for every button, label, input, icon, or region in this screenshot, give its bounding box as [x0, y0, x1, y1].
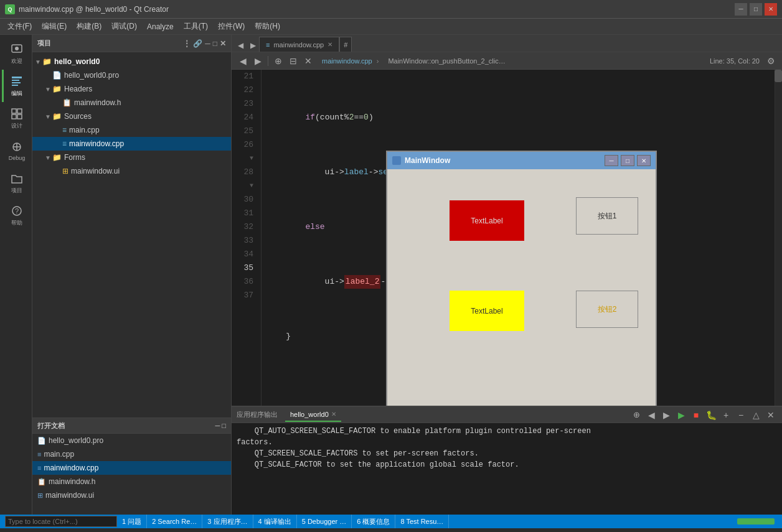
tree-item-forms[interactable]: ▼ 📁 Forms	[32, 151, 231, 164]
open-files-maximize-icon[interactable]: □	[222, 422, 226, 429]
output-debug-btn[interactable]: 🐛	[705, 409, 717, 421]
toolbar-split-btn[interactable]: ⊟	[287, 55, 299, 67]
tab-forward-button[interactable]: ▶	[247, 39, 259, 52]
tree-label-forms: Forms	[64, 153, 231, 162]
open-file-pro[interactable]: 📄 hello_world0.pro	[32, 434, 231, 447]
status-search[interactable]: 2 Search Re…	[147, 515, 202, 528]
line-numbers: 21 22 23 24 25 26 ▼ 28 ▼ 30 31 32 33 34 …	[232, 70, 261, 406]
output-maximize-btn[interactable]: △	[750, 409, 762, 421]
output-panel-title: 应用程序输出	[237, 410, 278, 419]
editor-scrollbar[interactable]	[775, 70, 782, 406]
open-file-mainwindow-cpp[interactable]: ≡ mainwindow.cpp	[32, 461, 231, 475]
status-test[interactable]: 8 Test Resu…	[395, 515, 449, 528]
sidebar-item-help[interactable]: ? 帮助	[2, 199, 31, 231]
project-close-icon[interactable]: ✕	[220, 39, 226, 48]
status-compile-output[interactable]: 4 编译输出	[253, 515, 297, 528]
popup-close-btn[interactable]: ✕	[637, 155, 651, 166]
main-layout: 欢迎 编辑 设计 Debug 项目 ?	[0, 35, 782, 515]
header-file-icon: 📋	[62, 98, 72, 107]
toolbar-back-btn[interactable]: ◀	[237, 55, 249, 67]
sidebar-item-welcome[interactable]: 欢迎	[2, 37, 31, 70]
popup-minimize-btn[interactable]: ─	[605, 155, 618, 166]
status-search-input[interactable]	[5, 516, 117, 527]
code-content[interactable]: if(count%2==0) ui->label->setText("Hello…	[261, 70, 782, 406]
left-sidebar: 欢迎 编辑 设计 Debug 项目 ?	[0, 35, 32, 515]
open-files-icons: ─ □	[215, 422, 226, 429]
sidebar-item-debug[interactable]: Debug	[2, 134, 31, 167]
maximize-button[interactable]: □	[750, 3, 762, 16]
project-link-icon[interactable]: 🔗	[193, 39, 202, 48]
output-tab-hello[interactable]: hello_world0 ✕	[285, 408, 341, 422]
minimize-button[interactable]: ─	[735, 3, 747, 16]
menu-edit[interactable]: 编辑(E)	[37, 20, 72, 33]
output-line-1: QT_AUTO_SCREEN_SCALE_FACTOR to enable pl…	[237, 426, 777, 437]
tree-item-mainwindow-ui[interactable]: ⊞ mainwindow.ui	[32, 164, 231, 178]
tree-item-headers[interactable]: ▼ 📁 Headers	[32, 82, 231, 96]
project-tree: ▼ 📁 hello_world0 📄 hello_world0.pro ▼ 📁 …	[32, 52, 231, 418]
toolbar-bookmark-btn[interactable]: ⊕	[272, 55, 285, 67]
project-filter-icon[interactable]: ⋮	[183, 39, 191, 48]
open-file-main-cpp[interactable]: ≡ main.cpp	[32, 447, 231, 461]
status-general-info[interactable]: 6 概要信息	[352, 515, 395, 528]
open-files-list: 📄 hello_world0.pro ≡ main.cpp ≡ mainwind…	[32, 434, 231, 515]
output-minus-btn[interactable]: −	[735, 409, 747, 421]
tree-item-mainwindow-h[interactable]: 📋 mainwindow.h	[32, 96, 231, 110]
output-add-btn[interactable]: +	[720, 409, 732, 421]
popup-body: TextLabel 按钮1 TextLabel 按钮2	[387, 169, 656, 406]
output-tab-hello-close[interactable]: ✕	[331, 411, 336, 418]
popup-button1[interactable]: 按钮1	[576, 197, 638, 235]
project-minimize-icon[interactable]: ─	[205, 39, 210, 48]
output-run-btn[interactable]: ▶	[675, 409, 687, 421]
close-button[interactable]: ✕	[765, 3, 777, 16]
tree-item-root[interactable]: ▼ 📁 hello_world0	[32, 55, 231, 68]
toolbar-forward-btn[interactable]: ▶	[252, 55, 264, 67]
open-file-mainwindowui-label: mainwindow.ui	[45, 491, 94, 500]
fold-icon-29[interactable]: ▼	[250, 179, 253, 193]
toolbar-settings-btn[interactable]: ⚙	[765, 55, 777, 67]
open-file-mainwindow-h[interactable]: 📋 mainwindow.h	[32, 475, 231, 488]
tree-item-mainwindow-cpp[interactable]: ≡ mainwindow.cpp	[32, 137, 231, 151]
status-problems[interactable]: 1 问题	[117, 515, 147, 528]
output-attach-btn[interactable]: ⊕	[630, 409, 643, 421]
menu-build[interactable]: 构建(B)	[72, 20, 106, 33]
tab-hash-label: #	[344, 41, 347, 49]
status-debugger[interactable]: 5 Debugger …	[297, 515, 352, 528]
sidebar-item-project[interactable]: 项目	[2, 167, 31, 199]
toolbar-close-btn[interactable]: ✕	[302, 55, 314, 67]
output-header-icons: ⊕ ◀ ▶ ▶ ■ 🐛 + − △ ✕	[630, 409, 777, 421]
sidebar-item-edit[interactable]: 编辑	[2, 70, 31, 102]
open-files-minimize-icon[interactable]: ─	[215, 422, 220, 429]
menu-help[interactable]: 帮助(H)	[250, 20, 285, 33]
tab-hash[interactable]: #	[339, 37, 352, 52]
project-maximize-icon[interactable]: □	[213, 39, 217, 48]
fold-icon-27[interactable]: ▼	[250, 152, 253, 166]
menu-debug[interactable]: 调试(D)	[106, 20, 142, 33]
output-stop-btn[interactable]: ■	[690, 409, 702, 421]
sidebar-item-design[interactable]: 设计	[2, 102, 31, 134]
tab-back-button[interactable]: ◀	[234, 39, 247, 52]
menu-file[interactable]: 文件(F)	[2, 20, 37, 33]
edit-icon	[10, 75, 24, 88]
popup-button2[interactable]: 按钮2	[576, 291, 638, 328]
output-prev-btn[interactable]: ◀	[645, 409, 657, 421]
output-next-btn[interactable]: ▶	[660, 409, 672, 421]
tree-item-sources[interactable]: ▼ 📁 Sources	[32, 110, 231, 123]
headers-folder-icon: 📁	[52, 85, 62, 93]
open-file-maincpp-label: main.cpp	[44, 450, 74, 459]
menu-controls[interactable]: 控件(W)	[213, 20, 250, 33]
project-panel-title: 项目	[37, 39, 51, 48]
mainwindow-popup[interactable]: MainWindow ─ □ ✕ TextLabel	[386, 151, 657, 406]
tree-item-pro[interactable]: 📄 hello_world0.pro	[32, 68, 231, 82]
tab-mainwindow-cpp-close[interactable]: ✕	[327, 41, 332, 48]
linenum-24: 24	[232, 111, 256, 124]
output-close-btn[interactable]: ✕	[765, 409, 777, 421]
sources-folder-icon: 📁	[52, 112, 62, 121]
open-file-mainwindow-ui[interactable]: ⊞ mainwindow.ui	[32, 488, 231, 502]
status-app-output[interactable]: 3 应用程序…	[202, 515, 253, 528]
tab-mainwindow-cpp[interactable]: ≡ mainwindow.cpp ✕	[259, 37, 339, 52]
tree-item-main-cpp[interactable]: ≡ main.cpp	[32, 123, 231, 137]
menu-tools[interactable]: 工具(T)	[179, 20, 213, 33]
open-file-pro-label: hello_world0.pro	[49, 436, 103, 445]
popup-maximize-btn[interactable]: □	[621, 155, 634, 166]
menu-analyze[interactable]: Analyze	[142, 21, 179, 32]
